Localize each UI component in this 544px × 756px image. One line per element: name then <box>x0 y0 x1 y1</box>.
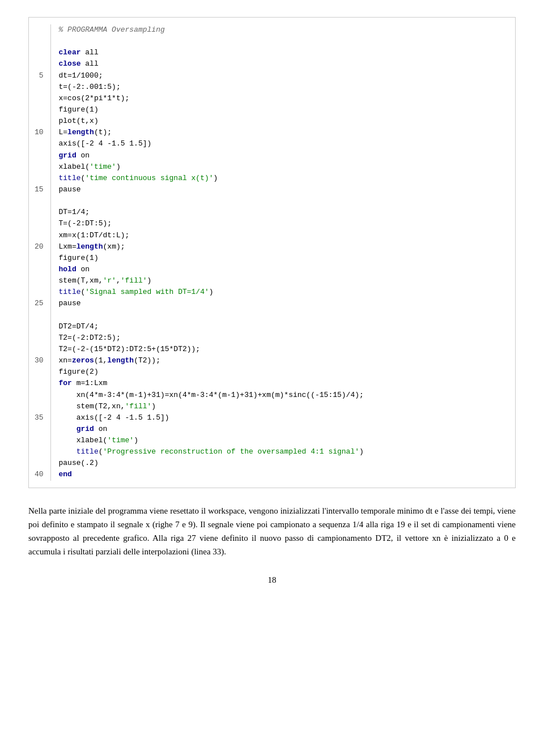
code-line: axis([-2 4 -1.5 1.5]) <box>29 138 515 150</box>
code-line: 15 pause <box>29 184 515 195</box>
comment-text: % PROGRAMMA Oversampling <box>59 25 165 34</box>
code-line: t=(-2:.001:5); <box>29 82 515 93</box>
code-line: xlabel('time') <box>29 161 515 173</box>
code-line: 40 end <box>29 469 515 480</box>
code-line: 20 Lxm=length(xm); <box>29 241 515 253</box>
code-line: T=(-2:DT:5); <box>29 218 515 229</box>
code-block: % PROGRAMMA Oversampling clear all close… <box>28 17 516 488</box>
prose-paragraph-1: Nella parte iniziale del programma viene… <box>28 504 516 558</box>
code-line: stem(T2,xn,'fill') <box>29 401 515 412</box>
code-line: xn(4*m-3:4*(m-1)+31)=xn(4*m-3:4*(m-1)+31… <box>29 390 515 401</box>
code-line: x=cos(2*pi*1*t); <box>29 93 515 104</box>
code-line: plot(t,x) <box>29 116 515 127</box>
code-line: 30 xn=zeros(1,length(T2)); <box>29 355 515 366</box>
code-line: for m=1:Lxm <box>29 378 515 389</box>
code-line: 5 dt=1/1000; <box>29 70 515 82</box>
code-line: T2=(-2:DT2:5); <box>29 332 515 344</box>
code-line: grid on <box>29 150 515 161</box>
code-line: clear all <box>29 47 515 58</box>
code-line: title('Signal sampled with DT=1/4') <box>29 287 515 298</box>
code-line: xlabel('time') <box>29 435 515 446</box>
code-line: 25 pause <box>29 298 515 309</box>
code-line: figure(2) <box>29 366 515 378</box>
page-number: 18 <box>28 575 516 585</box>
code-line: title('time continuous signal x(t)') <box>29 173 515 184</box>
code-line: 35 axis([-2 4 -1.5 1.5]) <box>29 412 515 424</box>
code-line: title('Progressive reconstruction of the… <box>29 446 515 458</box>
page-number-text: 18 <box>268 575 277 584</box>
code-line: stem(T,xm,'r','fill') <box>29 275 515 287</box>
code-line: 10 L=length(t); <box>29 127 515 138</box>
code-line: figure(1) <box>29 253 515 264</box>
code-line: close all <box>29 58 515 70</box>
code-line: hold on <box>29 264 515 275</box>
code-line: figure(1) <box>29 104 515 116</box>
code-line-comment: % PROGRAMMA Oversampling <box>29 24 515 36</box>
code-line: DT2=DT/4; <box>29 321 515 332</box>
prose-section: Nella parte iniziale del programma viene… <box>28 504 516 558</box>
code-line: T2=(-2-(15*DT2):DT2:5+(15*DT2)); <box>29 344 515 355</box>
code-line: pause(.2) <box>29 458 515 469</box>
code-line: xm=x(1:DT/dt:L); <box>29 230 515 241</box>
code-line: grid on <box>29 424 515 435</box>
code-line: DT=1/4; <box>29 207 515 218</box>
